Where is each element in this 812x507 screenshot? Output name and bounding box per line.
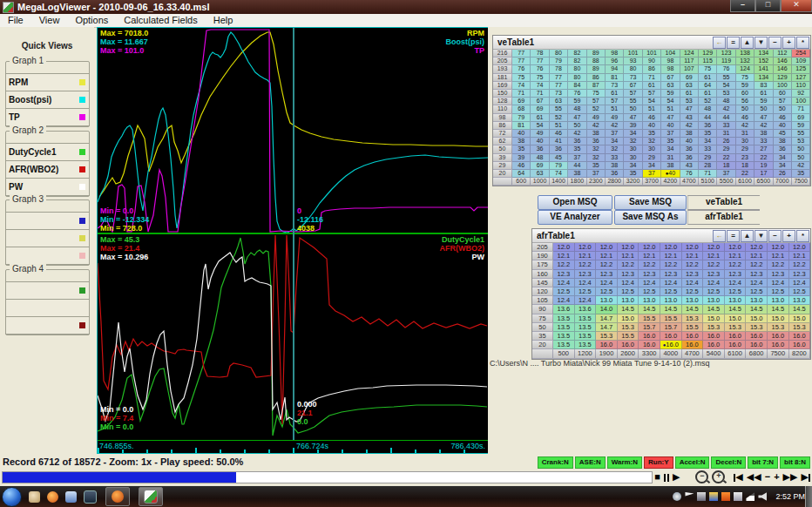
table-cell[interactable]: 67 xyxy=(624,82,642,90)
table-cell[interactable]: 12.0 xyxy=(639,243,660,252)
stop-button[interactable]: ■ xyxy=(654,470,660,483)
ve-scroll-down-button[interactable]: ▼ xyxy=(754,37,768,49)
table-cell[interactable]: 14.5 xyxy=(746,305,768,314)
table-cell[interactable]: 12.1 xyxy=(575,252,597,260)
quick-view-item[interactable] xyxy=(5,316,90,335)
playback-progress-bar[interactable] xyxy=(2,471,653,483)
afr-scroll-up-button[interactable]: ▲ xyxy=(741,230,754,242)
table-cell[interactable]: 39 xyxy=(624,122,642,130)
table-cell[interactable]: 50 xyxy=(736,105,754,113)
table-cell[interactable]: 115 xyxy=(699,57,717,65)
table-cell[interactable]: 12.4 xyxy=(660,279,682,287)
table-cell[interactable]: 81 xyxy=(606,74,624,82)
table-cell[interactable]: 90 xyxy=(643,57,661,65)
table-cell[interactable]: 12.2 xyxy=(725,260,747,269)
table-cell[interactable]: 16.0 xyxy=(725,341,747,349)
table-cell[interactable]: 16.0 xyxy=(660,332,682,341)
table-cell[interactable]: 12.3 xyxy=(746,270,768,279)
table-cell[interactable]: 71 xyxy=(699,170,717,178)
table-cell[interactable]: 35 xyxy=(792,170,810,178)
table-cell[interactable]: 32 xyxy=(624,138,642,145)
playback-cursor-line[interactable] xyxy=(293,28,294,440)
table-cell[interactable]: 18 xyxy=(717,162,735,170)
table-cell[interactable]: 12.2 xyxy=(768,260,789,269)
table-cell[interactable]: 12.5 xyxy=(575,287,597,296)
table-cell[interactable]: 16.0 xyxy=(703,341,725,349)
table-cell[interactable]: 50 xyxy=(774,105,792,113)
mail-icon[interactable] xyxy=(65,491,77,503)
table-cell[interactable]: 22 xyxy=(717,154,735,162)
table-cell[interactable]: 64 xyxy=(512,170,531,178)
table-cell[interactable]: 29 xyxy=(699,154,717,162)
table-cell[interactable]: 12.2 xyxy=(660,260,682,269)
table-cell[interactable]: 50 xyxy=(792,145,810,153)
table-cell[interactable]: 82 xyxy=(568,57,586,65)
table-cell[interactable]: 13.5 xyxy=(575,314,597,323)
table-cell[interactable]: 42 xyxy=(606,122,624,130)
table-cell[interactable]: 12.4 xyxy=(575,279,597,287)
table-cell[interactable]: 27 xyxy=(754,145,773,153)
save-msq-as-button[interactable]: Save MSQ As xyxy=(614,210,687,225)
table-cell[interactable]: 80 xyxy=(550,50,568,57)
table-cell[interactable]: 71 xyxy=(531,90,549,98)
step-forward-button[interactable]: + xyxy=(774,470,779,483)
table-cell[interactable]: 12.4 xyxy=(789,279,811,287)
table-cell[interactable]: 12.2 xyxy=(746,260,768,269)
table-cell[interactable]: 98 xyxy=(661,65,680,73)
table-cell[interactable]: 22 xyxy=(754,154,773,162)
table-cell[interactable]: 83 xyxy=(754,82,773,90)
table-cell[interactable]: 132 xyxy=(736,57,754,65)
table-cell[interactable]: 12.5 xyxy=(660,287,682,296)
table-cell[interactable]: 49 xyxy=(531,130,549,138)
table-cell[interactable]: 12.5 xyxy=(639,287,660,296)
table-cell[interactable]: 38 xyxy=(512,138,531,145)
table-cell[interactable]: 75 xyxy=(736,74,754,82)
table-cell[interactable]: 89 xyxy=(587,65,606,73)
table-cell[interactable]: 32 xyxy=(587,154,606,162)
table-cell[interactable]: 55 xyxy=(624,98,642,105)
table-cell[interactable]: 35 xyxy=(568,145,586,153)
table-cell[interactable]: 15.0 xyxy=(768,314,789,323)
table-cell[interactable]: 12.4 xyxy=(596,279,618,287)
table-cell[interactable]: 110 xyxy=(792,82,810,90)
afr-table-grid[interactable]: 20512.012.012.012.012.012.012.012.012.01… xyxy=(532,243,810,359)
table-cell[interactable]: 68 xyxy=(512,105,531,113)
table-cell[interactable]: 101 xyxy=(624,50,642,57)
quick-view-item-dutycycle1[interactable]: DutyCycle1 xyxy=(5,143,90,161)
table-cell[interactable]: 15.3 xyxy=(768,323,789,332)
table-cell[interactable]: 76 xyxy=(512,65,531,73)
table-cell[interactable]: 45 xyxy=(550,154,568,162)
table-cell[interactable]: 14.5 xyxy=(618,305,639,314)
table-cell[interactable]: 16.0 xyxy=(768,341,789,349)
table-cell[interactable]: 119 xyxy=(717,57,735,65)
quick-view-item[interactable] xyxy=(5,229,90,247)
table-cell[interactable]: 12.4 xyxy=(553,296,575,305)
table-cell[interactable]: 12.3 xyxy=(768,270,789,279)
table-cell[interactable]: 43 xyxy=(680,162,699,170)
table-cell[interactable]: 12.1 xyxy=(768,252,789,260)
table-cell[interactable]: 40 xyxy=(680,138,699,145)
table-cell[interactable]: 13.5 xyxy=(553,332,575,341)
table-cell[interactable]: 93 xyxy=(624,57,642,65)
table-cell[interactable]: 81 xyxy=(512,122,531,130)
table-cell[interactable]: 32 xyxy=(587,145,606,153)
firefox-icon[interactable] xyxy=(47,491,58,503)
table-cell[interactable]: 19 xyxy=(754,162,773,170)
table-cell[interactable]: 12.0 xyxy=(703,243,725,252)
table-cell[interactable]: 15.3 xyxy=(703,323,725,332)
table-cell[interactable]: 16.0 xyxy=(682,332,704,341)
table-cell[interactable]: 52 xyxy=(550,114,568,122)
table-cell[interactable]: 129 xyxy=(774,74,792,82)
table-cell[interactable]: 61 xyxy=(531,114,549,122)
table-cell[interactable]: 12.0 xyxy=(575,243,597,252)
table-cell[interactable]: 15.3 xyxy=(618,323,639,332)
table-cell[interactable]: 109 xyxy=(792,57,810,65)
table-cell[interactable]: 12.4 xyxy=(639,279,660,287)
table-cell[interactable]: 71 xyxy=(512,90,531,98)
table-cell[interactable]: 44 xyxy=(699,114,717,122)
table-cell[interactable]: 12.0 xyxy=(682,243,704,252)
save-msq-button[interactable]: Save MSQ xyxy=(614,195,687,210)
table-cell[interactable]: 12.2 xyxy=(789,260,811,269)
table-cell[interactable]: 74 xyxy=(550,170,568,178)
table-cell[interactable]: 16.0 xyxy=(746,332,768,341)
